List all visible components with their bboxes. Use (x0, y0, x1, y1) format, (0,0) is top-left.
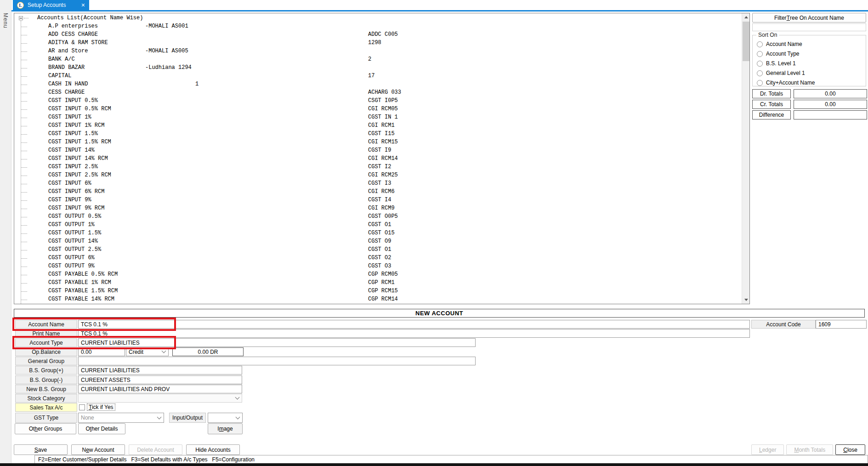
tree-account-row[interactable]: CGST INPUT 6% RCM CGI RCM6 (14, 188, 741, 196)
tree-account-row[interactable]: CGST PAYABLE 0.5% RCM CGP RCM05 (14, 271, 741, 279)
tree-account-row[interactable]: CGST INPUT 2.5% CGST I2 (14, 163, 741, 171)
stock-category-label: Stock Category (15, 394, 77, 403)
setup-accounts-window: Menu L Setup Accounts × Accounts List(Ac… (0, 0, 868, 466)
bs-group-minus-field[interactable]: CUREENT ASSETS (78, 375, 242, 384)
scroll-up-icon[interactable] (742, 13, 750, 21)
ledger-button[interactable]: Ledger (751, 444, 784, 455)
general-group-field[interactable] (78, 357, 476, 365)
account-code-text: CGST O9 (368, 238, 391, 244)
op-balance-side-select[interactable]: Credit (126, 347, 169, 356)
tree-account-row[interactable]: CGST PAYABLE 1% RCM CGP RCM1 (14, 279, 741, 287)
account-name-text: CGST INPUT 1% RCM (48, 122, 104, 129)
sort-option-label: Account Name (766, 41, 802, 47)
scrollbar-thumb[interactable] (743, 22, 749, 61)
tree-root-node[interactable]: Accounts List(Account Name Wise) (14, 14, 749, 23)
tab-setup-accounts[interactable]: L Setup Accounts × (13, 0, 89, 10)
tree-account-row[interactable]: CGST OUTPUT 9% CGST O3 (14, 262, 741, 271)
account-name-text: BRAND BAZAR (48, 64, 85, 71)
tree-account-row[interactable]: ADD CESS CHARGE ADDC C005 (14, 31, 741, 39)
account-name-text: CGST PAYABLE 1% RCM (48, 279, 111, 286)
totals-value (794, 110, 867, 119)
account-code-label: Account Code (751, 320, 816, 329)
delete-account-button[interactable]: Delete Account (129, 444, 182, 455)
tree-account-row[interactable]: CGST INPUT 14% CGST I9 (14, 147, 741, 155)
tree-account-row[interactable]: CGST PAYABLE 14% RCM CGP RCM14 (14, 296, 741, 304)
account-name-text: ADITYA & RAM STORE (48, 40, 108, 46)
tree-account-row[interactable]: CGST INPUT 1% RCM CGI RCM1 (14, 122, 741, 130)
tree-account-row[interactable]: CGST OUTPUT 6% CGST O2 (14, 254, 741, 262)
tree-account-row[interactable]: CGST OUTPUT 2.5% CGST O1 (14, 246, 741, 254)
account-code-text: CSGT I0P5 (368, 97, 398, 104)
tab-close-icon[interactable]: × (81, 2, 85, 8)
tree-collapse-icon[interactable] (19, 16, 23, 20)
chevron-down-icon (157, 415, 162, 419)
new-account-button[interactable]: New Account (71, 444, 125, 455)
menu-strip[interactable]: Menu (0, 0, 11, 466)
tree-account-row[interactable]: CGST INPUT 9% RCM CGI RCM9 (14, 205, 741, 213)
input-output-label: Input/Output (169, 413, 206, 423)
sort-option[interactable]: City+Account Name (757, 80, 866, 86)
sort-option[interactable]: Account Name (757, 41, 866, 47)
other-groups-button[interactable]: Other Groups (15, 423, 76, 434)
menu-label[interactable]: Menu (2, 13, 9, 28)
scroll-down-icon[interactable] (742, 296, 750, 304)
bs-group-plus-field[interactable]: CURRENT LIABILITIES (78, 366, 242, 375)
new-bs-group-field[interactable]: CURRENT LIABILITIES AND PROV (78, 385, 242, 393)
accounts-tree-panel: Accounts List(Account Name Wise) A.P ent… (14, 13, 750, 304)
account-code-text: CGP RCM15 (368, 288, 398, 294)
tree-account-row[interactable]: CGST OUTPUT 1% CGST O1 (14, 221, 741, 229)
sort-option[interactable]: B.S. Level 1 (757, 60, 866, 67)
input-output-select[interactable] (208, 413, 243, 423)
image-button[interactable]: Image (208, 423, 243, 434)
radio-icon (757, 41, 763, 47)
month-totals-button[interactable]: Month Totals (786, 444, 833, 455)
account-code-field[interactable]: 1609 (816, 320, 867, 329)
account-number-text: 1 (195, 81, 199, 87)
account-name-text: CGST INPUT 9% RCM (48, 205, 104, 211)
tree-account-row[interactable]: CAPITAL 17 (14, 72, 741, 80)
tree-account-row[interactable]: A.P enterprises -MOHALI AS001 (14, 23, 741, 31)
sort-options: Account Name Account Type B.S. Level 1 G… (753, 35, 866, 86)
tree-account-row[interactable]: BANK A/C 2 (14, 56, 741, 64)
tree-account-row[interactable]: CGST OUTPUT 0.5% CGST O0P5 (14, 213, 741, 221)
filter-tree-button[interactable]: Filter Tree On Account Name (752, 13, 866, 23)
tree-account-row[interactable]: CGST INPUT 6% CGST I3 (14, 180, 741, 188)
save-button[interactable]: Save (14, 444, 68, 455)
tree-account-row[interactable]: CGST INPUT 14% RCM CGI RCM14 (14, 155, 741, 163)
tree-account-row[interactable]: CGST INPUT 1.5% RCM CGI RCM15 (14, 138, 741, 147)
totals-value: 0.00 (794, 89, 867, 98)
stock-category-select[interactable] (78, 394, 242, 403)
tree-account-row[interactable]: CGST INPUT 9% CGST I4 (14, 196, 741, 205)
tree-account-row[interactable]: CGST PAYABLE 1.5% RCM CGP RCM15 (14, 287, 741, 296)
account-name-field[interactable]: TCS 0.1 % (78, 320, 750, 329)
tree-account-row[interactable]: CASH IN HAND 1 (14, 80, 741, 89)
print-name-field[interactable]: TCS 0.1 % (78, 329, 750, 338)
tree-account-row[interactable]: CESS CHARGE ACHARG 033 (14, 89, 741, 97)
tree-account-row[interactable]: CGST OUTPUT 1.5% CGST O15 (14, 229, 741, 238)
tree-scrollbar[interactable] (742, 13, 749, 304)
sort-option[interactable]: Account Type (757, 51, 866, 57)
account-code-text: 2 (368, 56, 371, 63)
tree-account-row[interactable]: CGST INPUT 0.5% CSGT I0P5 (14, 97, 741, 105)
tree-account-row[interactable]: AR and Store -MOHALI AS005 (14, 47, 741, 56)
tree-account-row[interactable]: CGST INPUT 1% CGST IN 1 (14, 114, 741, 122)
close-button[interactable]: Close (835, 444, 865, 455)
other-details-button[interactable]: Other Details (78, 423, 125, 434)
sales-tax-checkbox[interactable] (79, 404, 85, 410)
account-type-field[interactable]: CURRENT LIABILITIES (78, 338, 476, 347)
tree-account-row[interactable]: CGST INPUT 0.5% RCM CGI RCM05 (14, 105, 741, 114)
hide-accounts-button[interactable]: Hide Accounts (186, 444, 240, 455)
account-name-text: BANK A/C (48, 56, 75, 63)
tree-account-row[interactable]: CGST INPUT 2.5% RCM CGI RCM25 (14, 171, 741, 180)
sort-option-label: City+Account Name (766, 80, 815, 86)
op-balance-amount-field[interactable]: 0.00 (78, 347, 125, 356)
tree-account-row[interactable]: ADITYA & RAM STORE 1298 (14, 39, 741, 47)
sort-option[interactable]: General Level 1 (757, 70, 866, 76)
tree-account-row[interactable]: CGST OUTPUT 14% CGST O9 (14, 238, 741, 246)
tick-if-yes-label[interactable]: Tick if Yes (87, 404, 115, 410)
tree-account-row[interactable]: BRAND BAZAR -Ludhiana 1294 (14, 64, 741, 72)
tree-account-row[interactable]: CGST INPUT 1.5% CGST I15 (14, 130, 741, 138)
tree-root-label: Accounts List(Account Name Wise) (37, 15, 143, 21)
gst-type-select[interactable]: None (78, 413, 164, 423)
filter-input[interactable] (752, 23, 866, 31)
